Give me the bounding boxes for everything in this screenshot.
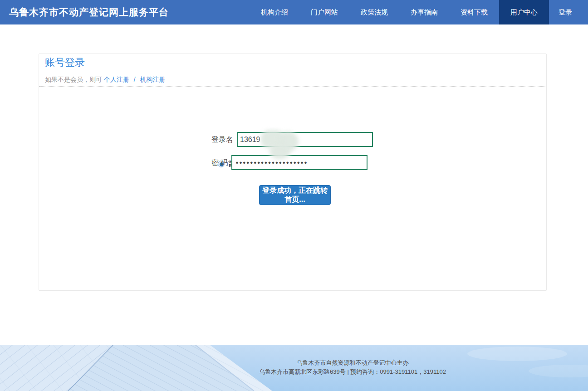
password-input[interactable] <box>231 155 368 170</box>
register-hint-text: 如果不是会员，则可 <box>45 76 102 83</box>
personal-register-link[interactable]: 个人注册 <box>104 76 129 83</box>
main-nav: 机构介绍 门户网站 政策法规 办事指南 资料下载 用户中心 登录 <box>250 0 582 24</box>
nav-item-portal[interactable]: 门户网站 <box>299 0 349 24</box>
login-submit-button[interactable]: 登录成功，正在跳转首页... <box>259 185 331 205</box>
password-row: 密 码 <box>211 155 368 170</box>
register-separator: / <box>134 76 136 83</box>
top-navbar: 乌鲁木齐市不动产登记网上服务平台 机构介绍 门户网站 政策法规 办事指南 资料下… <box>0 0 588 24</box>
username-input[interactable] <box>237 132 373 147</box>
nav-item-guide[interactable]: 办事指南 <box>399 0 449 24</box>
register-hint: 如果不是会员，则可 个人注册 / 机构注册 <box>45 76 166 84</box>
login-card: 账号登录 如果不是会员，则可 个人注册 / 机构注册 普通登录 手机动态密码登录… <box>39 54 547 291</box>
nav-item-login[interactable]: 登录 <box>549 0 582 24</box>
org-register-link[interactable]: 机构注册 <box>140 76 166 83</box>
username-label: 登录名 <box>211 132 233 147</box>
footer-text: 乌鲁木齐市自然资源和不动产登记中心主办 乌鲁木齐市高新北区东彩路639号 | 预… <box>117 358 588 376</box>
nav-item-org-intro[interactable]: 机构介绍 <box>250 0 299 24</box>
card-title: 账号登录 <box>45 57 85 68</box>
nav-item-policies[interactable]: 政策法规 <box>349 0 399 24</box>
footer-organizer: 乌鲁木齐市自然资源和不动产登记中心主办 <box>117 358 588 367</box>
redaction-blur <box>270 144 290 159</box>
page-footer: 乌鲁木齐市自然资源和不动产登记中心主办 乌鲁木齐市高新北区东彩路639号 | 预… <box>0 345 588 391</box>
divider <box>39 86 546 87</box>
password-label: 密 码 <box>211 155 228 170</box>
site-title: 乌鲁木齐市不动产登记网上服务平台 <box>0 6 169 19</box>
footer-address-contact: 乌鲁木齐市高新北区东彩路639号 | 预约咨询：0991-3191101，319… <box>117 367 588 376</box>
main-content: 账号登录 如果不是会员，则可 个人注册 / 机构注册 普通登录 手机动态密码登录… <box>0 24 588 345</box>
nav-item-downloads[interactable]: 资料下载 <box>449 0 499 24</box>
nav-item-user-center[interactable]: 用户中心 <box>499 0 549 24</box>
